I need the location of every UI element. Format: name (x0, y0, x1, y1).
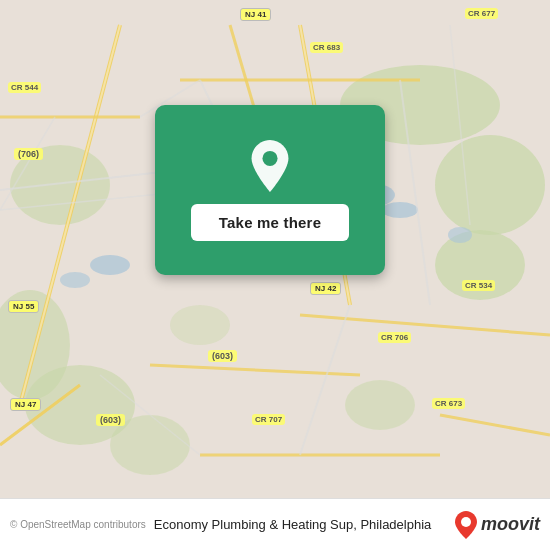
moovit-pin-icon (455, 511, 477, 539)
moovit-logo: moovit (455, 511, 540, 539)
svg-point-13 (60, 272, 90, 288)
map-attribution: © OpenStreetMap contributors (10, 519, 146, 530)
bottom-bar: © OpenStreetMap contributors Economy Plu… (0, 498, 550, 550)
place-name: Economy Plumbing & Heating Sup, Philadel… (154, 517, 455, 532)
road-label-cr707: CR 707 (252, 414, 285, 425)
map-background (0, 0, 550, 550)
bottom-bar-content: Economy Plumbing & Heating Sup, Philadel… (146, 517, 455, 532)
road-label-cr706: CR 706 (378, 332, 411, 343)
road-label-cr544: CR 544 (8, 82, 41, 93)
take-me-there-button[interactable]: Take me there (191, 204, 349, 241)
road-label-cr534: CR 534 (462, 280, 495, 291)
map-container: NJ 41 CR 683 CR 677 CR 544 (706) NJ NJ 5… (0, 0, 550, 550)
road-label-706: (706) (14, 148, 43, 160)
svg-point-12 (90, 255, 130, 275)
road-label-603a: (603) (208, 350, 237, 362)
svg-point-11 (382, 202, 418, 218)
road-label-603b: (603) (96, 414, 125, 426)
road-label-cr677: CR 677 (465, 8, 498, 19)
svg-point-2 (435, 135, 545, 235)
action-card: Take me there (155, 105, 385, 275)
svg-point-14 (448, 227, 472, 243)
road-label-cr673: CR 673 (432, 398, 465, 409)
svg-point-9 (170, 305, 230, 345)
road-label-nj47: NJ 47 (10, 398, 41, 411)
road-label-nj55: NJ 55 (8, 300, 39, 313)
road-label-cr683: CR 683 (310, 42, 343, 53)
location-pin-icon (244, 140, 296, 192)
road-label-nj42: NJ 42 (310, 282, 341, 295)
svg-point-8 (345, 380, 415, 430)
svg-point-37 (461, 517, 471, 527)
moovit-text: moovit (481, 514, 540, 535)
svg-point-36 (262, 150, 277, 165)
road-label-nj41: NJ 41 (240, 8, 271, 21)
